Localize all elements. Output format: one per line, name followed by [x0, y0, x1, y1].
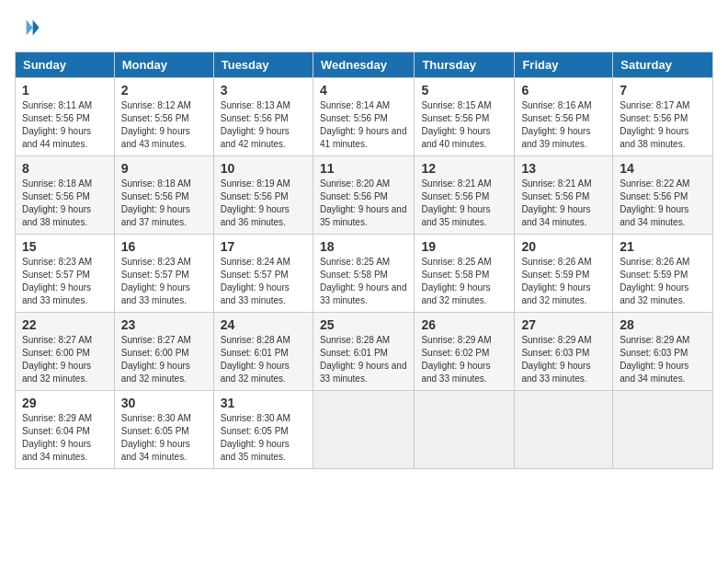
- calendar-week-row: 29Sunrise: 8:29 AMSunset: 6:04 PMDayligh…: [16, 391, 713, 469]
- calendar-day-cell: 12Sunrise: 8:21 AMSunset: 5:56 PMDayligh…: [415, 156, 515, 235]
- day-number: 13: [521, 161, 606, 176]
- day-number: 20: [521, 239, 606, 254]
- day-number: 18: [320, 239, 407, 254]
- calendar-day-cell: 4Sunrise: 8:14 AMSunset: 5:56 PMDaylight…: [313, 78, 414, 156]
- day-info: Sunrise: 8:18 AMSunset: 5:56 PMDaylight:…: [121, 178, 191, 227]
- day-of-week-header: Sunday: [16, 52, 115, 78]
- day-number: 24: [221, 317, 306, 332]
- day-info: Sunrise: 8:28 AMSunset: 6:01 PMDaylight:…: [320, 335, 407, 384]
- calendar-day-cell: 31Sunrise: 8:30 AMSunset: 6:05 PMDayligh…: [213, 391, 313, 469]
- day-number: 4: [320, 83, 407, 98]
- day-info: Sunrise: 8:24 AMSunset: 5:57 PMDaylight:…: [221, 257, 290, 305]
- calendar-day-cell: 29Sunrise: 8:29 AMSunset: 6:04 PMDayligh…: [16, 391, 115, 469]
- day-info: Sunrise: 8:15 AMSunset: 5:56 PMDaylight:…: [421, 100, 491, 149]
- day-info: Sunrise: 8:18 AMSunset: 5:56 PMDaylight:…: [22, 178, 92, 227]
- day-number: 16: [121, 239, 207, 254]
- calendar-day-cell: 14Sunrise: 8:22 AMSunset: 5:56 PMDayligh…: [613, 156, 713, 235]
- logo-icon: [15, 15, 40, 40]
- day-number: 7: [620, 83, 706, 98]
- calendar-day-cell: 7Sunrise: 8:17 AMSunset: 5:56 PMDaylight…: [613, 78, 713, 156]
- day-info: Sunrise: 8:23 AMSunset: 5:57 PMDaylight:…: [22, 257, 92, 305]
- svg-marker-1: [27, 20, 33, 36]
- calendar-day-cell: 23Sunrise: 8:27 AMSunset: 6:00 PMDayligh…: [114, 313, 213, 391]
- calendar-day-cell: 9Sunrise: 8:18 AMSunset: 5:56 PMDaylight…: [114, 156, 213, 235]
- day-info: Sunrise: 8:26 AMSunset: 5:59 PMDaylight:…: [521, 257, 591, 305]
- calendar-day-cell: 15Sunrise: 8:23 AMSunset: 5:57 PMDayligh…: [16, 235, 115, 313]
- calendar-day-cell: 25Sunrise: 8:28 AMSunset: 6:01 PMDayligh…: [313, 313, 414, 391]
- day-number: 10: [221, 161, 306, 176]
- calendar-day-cell: 13Sunrise: 8:21 AMSunset: 5:56 PMDayligh…: [515, 156, 613, 235]
- calendar-day-cell: 5Sunrise: 8:15 AMSunset: 5:56 PMDaylight…: [415, 78, 515, 156]
- day-info: Sunrise: 8:23 AMSunset: 5:57 PMDaylight:…: [121, 257, 191, 305]
- calendar-day-cell: 11Sunrise: 8:20 AMSunset: 5:56 PMDayligh…: [313, 156, 414, 235]
- calendar-day-cell: 8Sunrise: 8:18 AMSunset: 5:56 PMDaylight…: [16, 156, 115, 235]
- calendar-day-cell: 2Sunrise: 8:12 AMSunset: 5:56 PMDaylight…: [114, 78, 213, 156]
- day-info: Sunrise: 8:29 AMSunset: 6:04 PMDaylight:…: [22, 413, 92, 462]
- page-header: [15, 15, 713, 40]
- day-number: 25: [320, 317, 407, 332]
- day-info: Sunrise: 8:14 AMSunset: 5:56 PMDaylight:…: [320, 100, 407, 149]
- calendar-week-row: 22Sunrise: 8:27 AMSunset: 6:00 PMDayligh…: [16, 313, 713, 391]
- day-info: Sunrise: 8:11 AMSunset: 5:56 PMDaylight:…: [22, 100, 92, 149]
- day-info: Sunrise: 8:25 AMSunset: 5:58 PMDaylight:…: [421, 257, 491, 305]
- day-info: Sunrise: 8:20 AMSunset: 5:56 PMDaylight:…: [320, 178, 407, 227]
- day-number: 28: [620, 317, 706, 332]
- calendar-day-cell: 3Sunrise: 8:13 AMSunset: 5:56 PMDaylight…: [213, 78, 313, 156]
- day-of-week-header: Friday: [515, 52, 613, 78]
- calendar-day-cell: 20Sunrise: 8:26 AMSunset: 5:59 PMDayligh…: [515, 235, 613, 313]
- day-info: Sunrise: 8:29 AMSunset: 6:02 PMDaylight:…: [421, 335, 491, 384]
- calendar-day-cell: 21Sunrise: 8:26 AMSunset: 5:59 PMDayligh…: [613, 235, 713, 313]
- calendar-header-row: SundayMondayTuesdayWednesdayThursdayFrid…: [16, 52, 713, 78]
- day-number: 17: [221, 239, 306, 254]
- day-of-week-header: Wednesday: [313, 52, 414, 78]
- day-info: Sunrise: 8:22 AMSunset: 5:56 PMDaylight:…: [620, 178, 689, 227]
- calendar-day-cell: 1Sunrise: 8:11 AMSunset: 5:56 PMDaylight…: [16, 78, 115, 156]
- day-info: Sunrise: 8:21 AMSunset: 5:56 PMDaylight:…: [521, 178, 591, 227]
- calendar-day-cell: 6Sunrise: 8:16 AMSunset: 5:56 PMDaylight…: [515, 78, 613, 156]
- day-of-week-header: Thursday: [415, 52, 515, 78]
- day-info: Sunrise: 8:13 AMSunset: 5:56 PMDaylight:…: [221, 100, 290, 149]
- calendar-table: SundayMondayTuesdayWednesdayThursdayFrid…: [15, 52, 713, 469]
- day-number: 8: [22, 161, 108, 176]
- day-info: Sunrise: 8:21 AMSunset: 5:56 PMDaylight:…: [421, 178, 491, 227]
- day-number: 29: [22, 396, 108, 410]
- calendar-day-cell: 17Sunrise: 8:24 AMSunset: 5:57 PMDayligh…: [213, 235, 313, 313]
- calendar-day-cell: 22Sunrise: 8:27 AMSunset: 6:00 PMDayligh…: [16, 313, 115, 391]
- day-number: 21: [620, 239, 706, 254]
- day-number: 15: [22, 239, 108, 254]
- day-of-week-header: Monday: [114, 52, 213, 78]
- calendar-day-cell: 24Sunrise: 8:28 AMSunset: 6:01 PMDayligh…: [213, 313, 313, 391]
- day-number: 19: [421, 239, 507, 254]
- day-info: Sunrise: 8:29 AMSunset: 6:03 PMDaylight:…: [620, 335, 689, 384]
- logo: [15, 15, 44, 40]
- day-number: 30: [121, 396, 207, 410]
- day-info: Sunrise: 8:17 AMSunset: 5:56 PMDaylight:…: [620, 100, 689, 149]
- day-of-week-header: Saturday: [613, 52, 713, 78]
- day-info: Sunrise: 8:30 AMSunset: 6:05 PMDaylight:…: [121, 413, 191, 462]
- day-number: 23: [121, 317, 207, 332]
- day-info: Sunrise: 8:16 AMSunset: 5:56 PMDaylight:…: [521, 100, 591, 149]
- calendar-day-cell: 19Sunrise: 8:25 AMSunset: 5:58 PMDayligh…: [415, 235, 515, 313]
- day-of-week-header: Tuesday: [213, 52, 313, 78]
- calendar-day-cell: 28Sunrise: 8:29 AMSunset: 6:03 PMDayligh…: [613, 313, 713, 391]
- day-info: Sunrise: 8:27 AMSunset: 6:00 PMDaylight:…: [22, 335, 92, 384]
- day-number: 3: [221, 83, 306, 98]
- day-number: 9: [121, 161, 207, 176]
- calendar-day-cell: [515, 391, 613, 469]
- calendar-day-cell: 26Sunrise: 8:29 AMSunset: 6:02 PMDayligh…: [415, 313, 515, 391]
- calendar-day-cell: [313, 391, 414, 469]
- day-number: 12: [421, 161, 507, 176]
- day-number: 2: [121, 83, 207, 98]
- calendar-day-cell: 18Sunrise: 8:25 AMSunset: 5:58 PMDayligh…: [313, 235, 414, 313]
- day-number: 31: [221, 396, 306, 410]
- day-number: 5: [421, 83, 507, 98]
- calendar-day-cell: 27Sunrise: 8:29 AMSunset: 6:03 PMDayligh…: [515, 313, 613, 391]
- day-number: 1: [22, 83, 108, 98]
- svg-marker-0: [33, 20, 40, 36]
- calendar-week-row: 1Sunrise: 8:11 AMSunset: 5:56 PMDaylight…: [16, 78, 713, 156]
- calendar-day-cell: 30Sunrise: 8:30 AMSunset: 6:05 PMDayligh…: [114, 391, 213, 469]
- day-info: Sunrise: 8:27 AMSunset: 6:00 PMDaylight:…: [121, 335, 191, 384]
- calendar-day-cell: [415, 391, 515, 469]
- day-number: 27: [521, 317, 606, 332]
- calendar-day-cell: 10Sunrise: 8:19 AMSunset: 5:56 PMDayligh…: [213, 156, 313, 235]
